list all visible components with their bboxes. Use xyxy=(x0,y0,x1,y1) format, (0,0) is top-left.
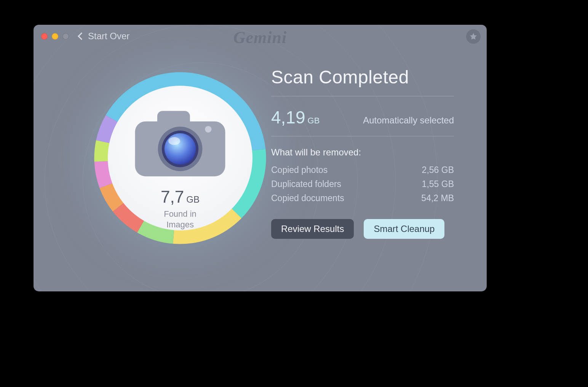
removal-item-size: 2,56 GB xyxy=(422,165,454,175)
favorites-button[interactable] xyxy=(466,29,481,44)
chevron-left-icon xyxy=(78,32,85,40)
removal-item-size: 1,55 GB xyxy=(422,179,454,189)
titlebar: Start Over Gemini xyxy=(34,25,487,48)
back-label: Start Over xyxy=(88,31,129,42)
removal-item: Copied photos2,56 GB xyxy=(271,163,454,177)
selected-size: 4,19GB xyxy=(271,107,320,128)
svg-point-6 xyxy=(168,137,180,145)
zoom-window-button[interactable] xyxy=(62,33,69,40)
app-window: Start Over Gemini xyxy=(34,25,487,291)
donut-inner: 7,7GB Found in Images xyxy=(108,86,252,230)
removal-item-label: Duplicated folders xyxy=(271,179,341,189)
window-controls xyxy=(41,33,69,40)
star-icon xyxy=(469,32,478,41)
selected-label: Automatically selected xyxy=(363,115,454,126)
action-buttons: Review Results Smart Cleanup xyxy=(271,219,454,239)
found-label: Found in Images xyxy=(164,209,197,230)
svg-point-2 xyxy=(205,126,211,133)
svg-rect-1 xyxy=(157,111,190,126)
results-panel: Scan Completed 4,19GB Automatically sele… xyxy=(271,67,454,269)
svg-point-5 xyxy=(165,133,196,165)
removal-list: Copied photos2,56 GBDuplicated folders1,… xyxy=(271,163,454,205)
app-brand: Gemini xyxy=(233,28,287,47)
review-results-button[interactable]: Review Results xyxy=(271,219,354,239)
removal-item-label: Copied photos xyxy=(271,165,328,175)
removal-item-label: Copied documents xyxy=(271,193,344,203)
back-start-over-button[interactable]: Start Over xyxy=(79,31,129,42)
minimize-window-button[interactable] xyxy=(52,33,58,40)
found-size: 7,7GB xyxy=(161,187,200,206)
selected-row: 4,19GB Automatically selected xyxy=(271,107,454,128)
found-size-value: 7,7 xyxy=(161,187,184,206)
removal-item: Copied documents54,2 MB xyxy=(271,191,454,205)
divider xyxy=(271,136,454,136)
found-size-unit: GB xyxy=(186,194,200,205)
smart-cleanup-button[interactable]: Smart Cleanup xyxy=(364,219,444,239)
divider xyxy=(271,96,454,96)
camera-icon xyxy=(108,107,252,179)
results-heading: Scan Completed xyxy=(271,67,454,88)
removal-item: Duplicated folders1,55 GB xyxy=(271,177,454,191)
removal-item-size: 54,2 MB xyxy=(421,193,454,203)
results-donut: 7,7GB Found in Images xyxy=(91,69,270,248)
close-window-button[interactable] xyxy=(41,33,48,40)
removal-heading: What will be removed: xyxy=(271,147,454,158)
